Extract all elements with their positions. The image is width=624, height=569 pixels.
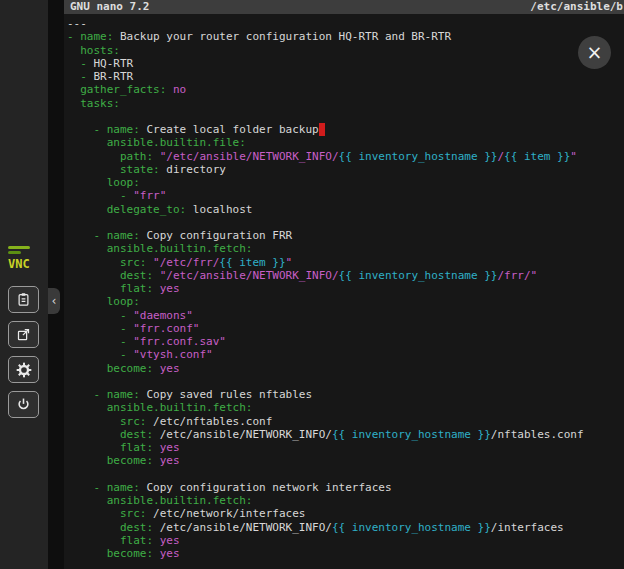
token: - — [67, 57, 94, 70]
token: dest: — [67, 269, 153, 282]
token: --- — [67, 17, 87, 30]
close-button[interactable]: × — [578, 36, 611, 69]
token: yes — [160, 362, 180, 375]
token: flat: — [67, 534, 153, 547]
editor-line: - BR-RTR — [67, 70, 624, 83]
editor-line: dest: "/etc/ansible/NETWORK_INFO/{{ inve… — [67, 269, 624, 282]
fullscreen-icon — [16, 327, 31, 342]
sidebar-collapse-handle[interactable]: ‹ — [48, 288, 60, 314]
vnc-logo-bar — [8, 246, 30, 249]
editor-line: tasks: — [67, 97, 624, 110]
token: "/etc/ansible/NETWORK_INFO/ — [160, 269, 339, 282]
editor-line: state: directory — [67, 163, 624, 176]
nano-filename-label: /etc/ansible/b — [530, 0, 623, 14]
token: /etc/nftables.conf — [146, 415, 272, 428]
editor-line: become: yes — [67, 547, 624, 560]
token: state: — [67, 163, 160, 176]
vnc-sidebar: VNC — [0, 0, 48, 569]
token: ansible.builtin.fetch: — [67, 401, 252, 414]
editor-line: loop: — [67, 295, 624, 308]
token: {{ item }} — [219, 256, 285, 269]
editor-line: src: /etc/nftables.conf — [67, 415, 624, 428]
token: src: — [67, 507, 146, 520]
token: - — [67, 348, 133, 361]
editor-line: - "frr.conf" — [67, 322, 624, 335]
token: yes — [160, 454, 180, 467]
power-button[interactable] — [8, 391, 39, 418]
editor-line: path: "/etc/ansible/NETWORK_INFO/{{ inve… — [67, 150, 624, 163]
terminal-window[interactable]: GNU nano 7.2 /etc/ansible/b ---- name: B… — [64, 0, 624, 569]
token: /etc/ansible/NETWORK_INFO/ — [153, 521, 332, 534]
nano-version-label: GNU nano 7.2 — [70, 0, 149, 14]
editor-line: - name: Backup your router configuration… — [67, 30, 624, 43]
editor-line — [67, 110, 624, 123]
editor-line: ansible.builtin.fetch: — [67, 242, 624, 255]
editor-line: gather_facts: no — [67, 83, 624, 96]
token: yes — [160, 547, 180, 560]
token: - — [67, 70, 94, 83]
token: flat: — [67, 441, 153, 454]
editor-line: dest: /etc/ansible/NETWORK_INFO/{{ inven… — [67, 428, 624, 441]
editor-line: hosts: — [67, 44, 624, 57]
token: /frr/" — [497, 269, 537, 282]
editor-line: - name: Copy configuration FRR — [67, 229, 624, 242]
token: BR-RTR — [94, 70, 134, 83]
token: /nftables.conf — [491, 428, 584, 441]
token — [153, 282, 160, 295]
editor-line: - "daemons" — [67, 309, 624, 322]
token: /etc/network/interfaces — [146, 507, 305, 520]
vnc-logo: VNC — [8, 246, 42, 271]
clipboard-icon — [16, 292, 31, 307]
editor-line — [67, 468, 624, 481]
token: directory — [160, 163, 226, 176]
token — [153, 150, 160, 163]
editor-line: ansible.builtin.file: — [67, 136, 624, 149]
token: path: — [67, 150, 153, 163]
token: " — [570, 150, 577, 163]
token — [153, 547, 160, 560]
token: src: — [67, 256, 146, 269]
settings-gear-icon — [16, 362, 32, 378]
editor-line — [67, 375, 624, 388]
token: - name: — [67, 30, 113, 43]
editor-line: - name: Copy saved rules nftables — [67, 388, 624, 401]
token: - — [67, 322, 133, 335]
token: yes — [160, 282, 180, 295]
token: yes — [160, 441, 180, 454]
token: Copy configuration network interfaces — [140, 481, 392, 494]
clipboard-button[interactable] — [8, 286, 39, 313]
token: Copy saved rules nftables — [140, 388, 312, 401]
editor-line: dest: /etc/ansible/NETWORK_INFO/{{ inven… — [67, 521, 624, 534]
token: src: — [67, 415, 146, 428]
editor-line: flat: yes — [67, 441, 624, 454]
token: dest: — [67, 428, 153, 441]
token: ansible.builtin.fetch: — [67, 494, 252, 507]
token: localhost — [186, 203, 252, 216]
token: no — [173, 83, 186, 96]
editor-line: src: /etc/network/interfaces — [67, 507, 624, 520]
editor-line: src: "/etc/frr/{{ item }}" — [67, 256, 624, 269]
fullscreen-button[interactable] — [8, 321, 39, 348]
token: ansible.builtin.file: — [67, 136, 246, 149]
token — [153, 362, 160, 375]
power-icon — [16, 397, 31, 412]
token: become: — [67, 547, 153, 560]
token — [153, 441, 160, 454]
token: tasks: — [67, 97, 120, 110]
token: "/etc/frr/ — [153, 256, 219, 269]
editor-line: - name: Create local folder backup — [67, 123, 624, 136]
token: "frr.conf.sav" — [133, 335, 226, 348]
editor-line: - "vtysh.conf" — [67, 348, 624, 361]
editor-line: - "frr" — [67, 189, 624, 202]
token: {{ item }} — [504, 150, 570, 163]
token: loop: — [67, 176, 140, 189]
token: Copy configuration FRR — [140, 229, 292, 242]
token: - name: — [67, 123, 140, 136]
token: become: — [67, 362, 153, 375]
token: /etc/ansible/NETWORK_INFO/ — [153, 428, 332, 441]
token: hosts: — [67, 44, 120, 57]
settings-button[interactable] — [8, 356, 39, 383]
vnc-logo-text: VNC — [8, 257, 42, 271]
editor-screen[interactable]: ---- name: Backup your router configurat… — [64, 14, 624, 560]
editor-line: delegate_to: localhost — [67, 203, 624, 216]
